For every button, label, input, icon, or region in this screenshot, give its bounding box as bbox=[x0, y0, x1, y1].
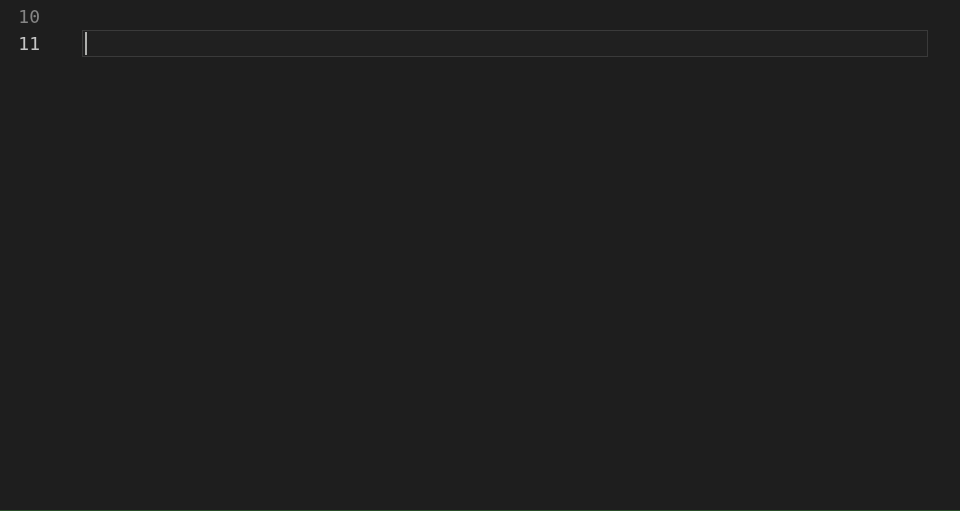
line-number-gutter: 10 11 bbox=[0, 0, 58, 511]
code-line[interactable] bbox=[58, 3, 960, 30]
line-number: 11 bbox=[0, 30, 58, 57]
code-editor[interactable]: 10 11 bbox=[0, 0, 960, 511]
line-number: 10 bbox=[0, 3, 58, 30]
text-cursor bbox=[85, 32, 87, 55]
code-line[interactable] bbox=[58, 30, 960, 57]
code-area[interactable] bbox=[58, 0, 960, 511]
